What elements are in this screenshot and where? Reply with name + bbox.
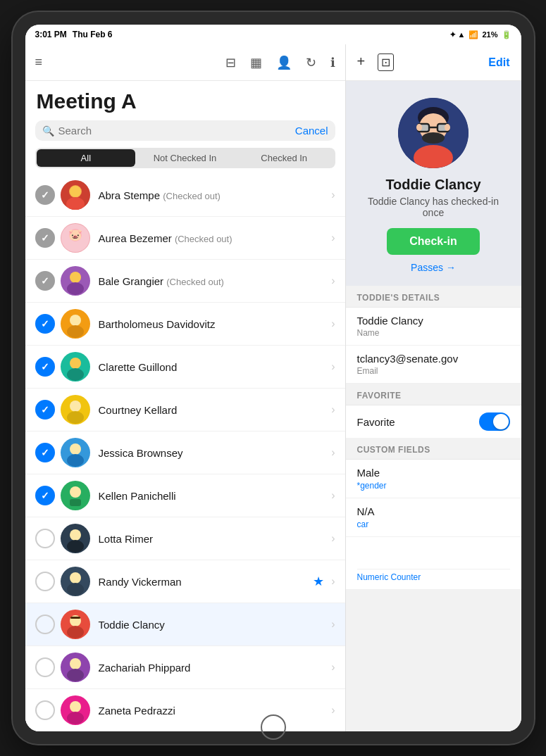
list-item[interactable]: ✓ Clarette Guillond › (25, 346, 345, 389)
chevron-icon: › (331, 704, 335, 717)
list-item[interactable]: Zaneta Pedrazzi › (25, 689, 345, 731)
tab-all[interactable]: All (37, 149, 136, 167)
svg-point-26 (70, 529, 81, 541)
name-value: Toddie Clancy (357, 315, 510, 327)
list-item[interactable]: Randy Vickerman ★ › (25, 560, 345, 603)
custom-fields-header: CUSTOM FIELDS (346, 438, 521, 459)
list-item[interactable]: ✓ Bale Grangier (Checked out) › (25, 260, 345, 303)
svg-point-52 (445, 124, 450, 131)
favorite-section-header: FAVORITE (346, 384, 521, 405)
list-item[interactable]: Toddie Clancy › (25, 603, 345, 646)
attendee-list: ✓ Abra Stempe (Checked out) › ✓ 🐷 Aur (25, 174, 345, 731)
attendee-name: Abra Stempe (Checked out) (99, 189, 329, 201)
chevron-icon: › (331, 232, 335, 244)
search-cancel-button[interactable]: Cancel (295, 125, 328, 137)
attendee-name: Randy Vickerman (99, 576, 314, 588)
svg-point-34 (67, 626, 84, 638)
add-icon[interactable]: + (357, 53, 366, 71)
svg-text:🐷: 🐷 (68, 228, 82, 241)
custom-fields-card: Male *gender N/A car Numeric Counter (346, 459, 521, 590)
check-circle: ✓ (35, 314, 55, 334)
attendee-name: Clarette Guillond (99, 361, 329, 373)
svg-point-51 (416, 124, 422, 131)
attendee-name: Bale Grangier (Checked out) (99, 275, 329, 287)
profile-name: Toddie Clancy (385, 177, 480, 193)
attendee-name: Lotta Rimer (99, 533, 329, 545)
list-item[interactable]: ✓ 🐷 Aurea Bezemer (Checked out) › (25, 217, 345, 260)
email-row: tclancy3@senate.gov Email (346, 346, 521, 384)
details-section-header: TODDIE'S DETAILS (346, 286, 521, 307)
list-item[interactable]: ✓ Kellen Panichelli › (25, 474, 345, 517)
search-bar: 🔍 Cancel (35, 120, 335, 141)
left-toolbar: ≡ ⊟ ▦ 👤 ↻ ℹ (25, 44, 345, 81)
name-row: Toddie Clancy Name (346, 308, 521, 346)
svg-point-23 (70, 486, 81, 498)
svg-point-11 (70, 315, 81, 326)
list-item[interactable]: ✓ Courtney Kellard › (25, 389, 345, 431)
svg-rect-33 (70, 617, 80, 619)
person-add-icon[interactable]: 👤 (276, 55, 292, 70)
chevron-icon: › (331, 446, 335, 459)
svg-point-21 (67, 454, 84, 467)
attendee-status: (Checked out) (163, 191, 221, 201)
avatar (61, 266, 90, 296)
favorite-toggle[interactable] (479, 412, 510, 431)
list-item[interactable]: ✓ Abra Stempe (Checked out) › (25, 174, 345, 217)
search-icon: 🔍 (42, 125, 54, 137)
checkin-button[interactable]: Check-in (387, 228, 480, 255)
battery-level: 21% (482, 30, 497, 39)
passes-link[interactable]: Passes → (411, 262, 456, 273)
svg-point-18 (67, 411, 84, 424)
status-time: 3:01 PM (35, 30, 67, 39)
avatar (61, 180, 90, 210)
wifi-icon: ✦ ▲ (449, 30, 466, 39)
attendee-name: Courtney Kellard (99, 404, 329, 416)
attendee-name: Aurea Bezemer (Checked out) (99, 232, 329, 244)
avatar (61, 610, 90, 639)
details-card: Toddie Clancy Name tclancy3@senate.gov E… (346, 307, 521, 384)
favorite-card: Favorite (346, 405, 521, 438)
battery-indicator: 🔋 (502, 30, 511, 39)
info-icon[interactable]: ℹ (330, 55, 335, 70)
scan-icon[interactable]: ⊡ (378, 53, 394, 71)
svg-point-27 (67, 540, 84, 553)
menu-icon[interactable]: ≡ (35, 55, 43, 70)
svg-point-15 (67, 368, 84, 381)
avatar (61, 653, 90, 682)
gender-value: Male (357, 467, 510, 479)
attendee-name: Zachariah Phippard (99, 662, 329, 674)
toggle-knob (493, 414, 509, 429)
home-indicator[interactable] (261, 714, 286, 740)
avatar (61, 438, 90, 467)
attendee-name: Zaneta Pedrazzi (99, 705, 329, 717)
list-item[interactable]: ✓ Bartholomeus Davidovitz › (25, 303, 345, 346)
status-bar: 3:01 PM Thu Feb 6 ✦ ▲ 📶 21% 🔋 (25, 25, 521, 44)
svg-point-49 (422, 132, 445, 144)
avatar (61, 524, 90, 553)
check-circle: ✓ (35, 185, 55, 205)
check-circle: ✓ (35, 271, 55, 291)
chevron-icon: › (331, 618, 335, 631)
svg-rect-24 (70, 499, 81, 506)
numeric-counter-label: Numeric Counter (357, 572, 510, 582)
list-item[interactable]: Zachariah Phippard › (25, 646, 345, 689)
list-item[interactable]: Lotta Rimer › (25, 517, 345, 560)
tab-not-checked-in[interactable]: Not Checked In (135, 149, 235, 167)
attendee-name: Kellen Panichelli (99, 490, 329, 502)
edit-button[interactable]: Edit (488, 56, 509, 69)
profile-status: Toddie Clancy has checked-in once (357, 196, 510, 218)
check-circle: ✓ (35, 486, 55, 505)
chevron-icon: › (331, 661, 335, 674)
search-input[interactable] (58, 125, 291, 137)
svg-point-3 (70, 186, 81, 197)
barcode-icon[interactable]: ▦ (250, 55, 262, 70)
check-circle (35, 615, 55, 634)
check-circle: ✓ (35, 443, 55, 462)
tab-checked-in[interactable]: Checked In (235, 149, 334, 167)
refresh-icon[interactable]: ↻ (306, 55, 316, 70)
list-item[interactable]: ✓ Jessica Brownsey › (25, 431, 345, 474)
filter-icon[interactable]: ⊟ (225, 55, 236, 70)
filter-tabs: All Not Checked In Checked In (35, 148, 335, 168)
avatar (61, 395, 90, 424)
right-toolbar: + ⊡ Edit (346, 44, 521, 81)
